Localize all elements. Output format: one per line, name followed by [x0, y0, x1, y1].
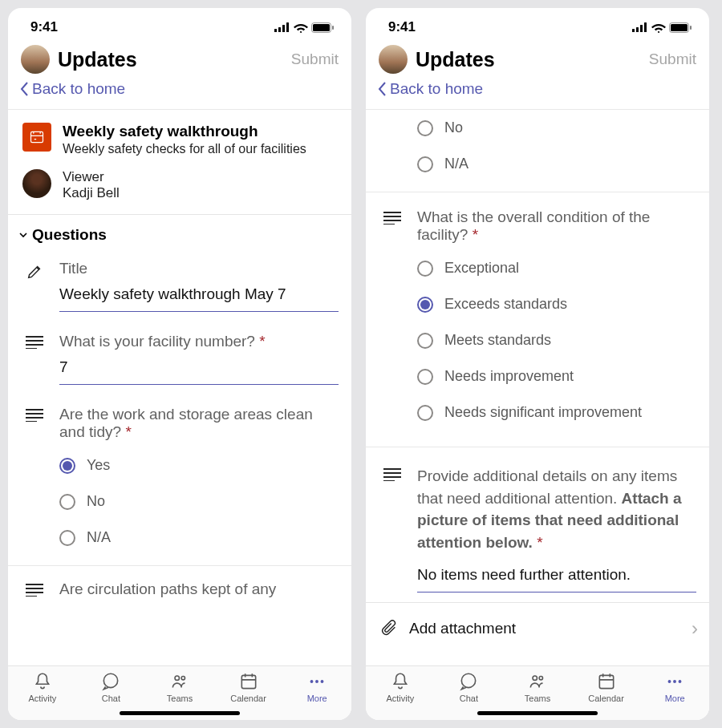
viewer-role: Viewer: [63, 169, 120, 185]
svg-point-26: [668, 680, 671, 683]
questions-section-header[interactable]: Questions: [8, 215, 351, 250]
text-lines-icon: [382, 208, 403, 431]
svg-rect-18: [644, 22, 647, 32]
content-area[interactable]: No N/A What is the overall condition of …: [366, 110, 709, 665]
q-label: Are circulation paths kept of any: [59, 580, 339, 598]
radio-exceptional[interactable]: Exceptional: [417, 250, 696, 286]
radio-na[interactable]: N/A: [59, 520, 339, 556]
avatar[interactable]: [21, 45, 50, 74]
question-clean-tidy: Are the work and storage areas clean and…: [8, 396, 351, 557]
chevron-right-icon: ›: [692, 617, 698, 640]
svg-point-14: [321, 680, 324, 683]
radio-meets[interactable]: Meets standards: [417, 322, 696, 358]
status-time: 9:41: [30, 19, 58, 35]
svg-rect-7: [31, 131, 43, 142]
svg-point-9: [175, 676, 179, 680]
template-title: Weekly safety walkthrough: [63, 123, 339, 140]
svg-point-13: [315, 680, 318, 683]
svg-rect-17: [640, 25, 643, 32]
status-bar: 9:41: [366, 8, 709, 38]
teams-icon: [527, 671, 548, 692]
question-overall-condition: What is the overall condition of the fac…: [366, 199, 709, 432]
cellular-icon: [632, 22, 648, 32]
q-label: What is your facility number?: [59, 333, 255, 350]
submit-button[interactable]: Submit: [291, 51, 339, 68]
text-lines-icon: [24, 580, 45, 598]
text-lines-icon: [24, 333, 45, 385]
more-icon: [306, 671, 327, 692]
wifi-icon: [651, 22, 666, 33]
back-label: Back to home: [390, 80, 483, 98]
bell-icon: [32, 671, 53, 692]
status-icons: [632, 22, 692, 33]
viewer-row: Viewer Kadji Bell: [8, 161, 351, 215]
avatar[interactable]: [379, 45, 408, 74]
bell-icon: [390, 671, 411, 692]
radio-no[interactable]: No: [417, 110, 696, 146]
phone-frame-2: 9:41 Updates Submit Back to home No: [366, 8, 709, 720]
calendar-icon: [596, 671, 617, 692]
question-title: Title Weekly safety walkthrough May 7: [8, 250, 351, 313]
chat-icon: [100, 671, 121, 692]
nav-more[interactable]: More: [640, 671, 709, 703]
template-subtitle: Weekly safety checks for all of our faci…: [63, 142, 339, 156]
details-input[interactable]: No items need further attention.: [417, 566, 696, 593]
svg-rect-21: [690, 26, 692, 30]
question-additional-details: Provide additional details on any items …: [366, 455, 709, 594]
more-icon: [664, 671, 685, 692]
radio-needs-significant[interactable]: Needs significant improvement: [417, 394, 696, 431]
nav-calendar[interactable]: Calendar: [214, 671, 283, 703]
svg-point-23: [533, 676, 537, 680]
required-marker: *: [259, 333, 265, 350]
facility-number-input[interactable]: 7: [59, 358, 339, 385]
svg-rect-6: [332, 26, 334, 30]
nav-chat[interactable]: Chat: [77, 671, 146, 703]
svg-point-12: [310, 680, 314, 683]
nav-chat[interactable]: Chat: [435, 671, 504, 703]
template-icon: [22, 123, 51, 152]
svg-rect-0: [274, 29, 277, 32]
nav-teams[interactable]: Teams: [145, 671, 214, 703]
pencil-icon: [24, 260, 45, 312]
question-facility-number: What is your facility number? * 7: [8, 323, 351, 386]
svg-point-27: [673, 680, 676, 683]
radio-exceeds[interactable]: Exceeds standards: [417, 286, 696, 322]
nav-more[interactable]: More: [282, 671, 351, 703]
nav-activity[interactable]: Activity: [366, 671, 435, 703]
battery-icon: [669, 22, 692, 33]
svg-rect-25: [599, 675, 613, 688]
attach-label: Add attachment: [409, 620, 516, 637]
home-indicator: [120, 711, 240, 715]
back-label: Back to home: [32, 80, 125, 98]
content-area[interactable]: Weekly safety walkthrough Weekly safety …: [8, 110, 351, 665]
template-header: Weekly safety walkthrough Weekly safety …: [8, 110, 351, 161]
radio-needs-improvement[interactable]: Needs improvement: [417, 358, 696, 394]
calendar-icon: [238, 671, 259, 692]
viewer-name: Kadji Bell: [63, 185, 120, 201]
title-input[interactable]: Weekly safety walkthrough May 7: [59, 285, 339, 312]
radio-no[interactable]: No: [59, 483, 339, 520]
page-title: Updates: [416, 48, 641, 71]
text-lines-icon: [382, 465, 403, 593]
back-link[interactable]: Back to home: [8, 79, 351, 110]
submit-button[interactable]: Submit: [649, 51, 696, 68]
add-attachment-row[interactable]: Add attachment ›: [366, 602, 709, 654]
page-header: Updates Submit: [8, 38, 351, 79]
radio-na[interactable]: N/A: [417, 146, 696, 182]
chevron-down-icon: [18, 229, 29, 241]
nav-calendar[interactable]: Calendar: [572, 671, 641, 703]
svg-rect-3: [286, 22, 289, 32]
svg-rect-2: [282, 25, 285, 32]
radio-yes[interactable]: Yes: [59, 447, 339, 483]
chat-icon: [458, 671, 479, 692]
nav-teams[interactable]: Teams: [503, 671, 572, 703]
chevron-left-icon: [19, 81, 29, 97]
q-label: Title: [59, 260, 339, 277]
svg-rect-16: [636, 27, 639, 32]
svg-point-10: [181, 677, 185, 680]
page-header: Updates Submit: [366, 38, 709, 79]
back-link[interactable]: Back to home: [366, 79, 709, 110]
nav-activity[interactable]: Activity: [8, 671, 77, 703]
q-label: What is the overall condition of the fac…: [417, 208, 650, 243]
svg-rect-20: [671, 24, 688, 31]
